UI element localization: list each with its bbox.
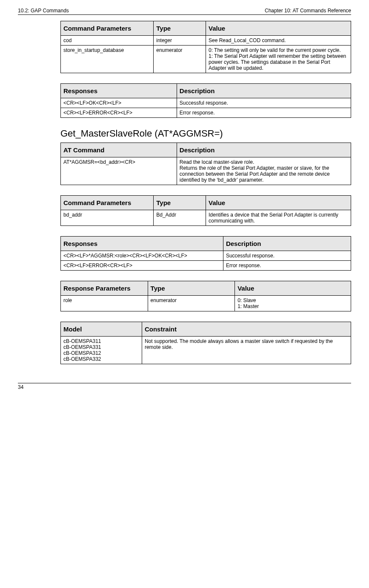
- table-row: cB-OEMSPA311 cB-OEMSPA331 cB-OEMSPA312 c…: [61, 337, 351, 364]
- cell: Error response.: [223, 261, 351, 271]
- cell: Successful response.: [223, 251, 351, 261]
- table-row: AT*AGGMSR=<bd_addr><CR> Read the local m…: [61, 157, 351, 185]
- responses-table-1: Responses Description <CR><LF>OK<CR><LF>…: [60, 83, 351, 118]
- col-header: Description: [177, 84, 351, 98]
- col-header: AT Command: [61, 143, 177, 157]
- cell: enumerator: [154, 46, 206, 73]
- cell: AT*AGGMSR=<bd_addr><CR>: [61, 157, 177, 185]
- col-header: Responses: [61, 237, 223, 251]
- cell: bd_addr: [61, 210, 154, 226]
- cell: role: [61, 296, 148, 311]
- table-row: <CR><LF>*AGGMSR:<role><CR><LF>OK<CR><LF>…: [61, 251, 351, 261]
- cell: enumerator: [148, 296, 235, 311]
- cell: Error response.: [177, 108, 351, 118]
- cell: cod: [61, 36, 154, 46]
- header-left: 10.2: GAP Commands: [18, 8, 69, 14]
- table-header-row: Responses Description: [61, 237, 351, 251]
- table-header-row: Command Parameters Type Value: [61, 21, 351, 36]
- command-parameters-table-1: Command Parameters Type Value cod intege…: [60, 21, 351, 73]
- col-header: Responses: [61, 84, 177, 98]
- cell: Bd_Addr: [154, 210, 206, 226]
- content-area: Command Parameters Type Value cod intege…: [18, 21, 351, 364]
- response-parameters-table: Response Parameters Type Value role enum…: [60, 281, 351, 311]
- table-row: <CR><LF>ERROR<CR><LF> Error response.: [61, 261, 351, 271]
- col-header: Model: [61, 322, 142, 337]
- cell: Not supported. The module always allows …: [142, 337, 351, 364]
- col-header: Command Parameters: [61, 21, 154, 36]
- cell: cB-OEMSPA311 cB-OEMSPA331 cB-OEMSPA312 c…: [61, 337, 142, 364]
- section-title: Get_MasterSlaveRole (AT*AGGMSR=): [60, 128, 351, 139]
- cell: 0: Slave 1: Master: [235, 296, 351, 311]
- col-header: Description: [223, 237, 351, 251]
- col-header: Command Parameters: [61, 196, 154, 210]
- col-header: Type: [154, 196, 206, 210]
- cell: See Read_Local_COD command.: [206, 36, 351, 46]
- table-row: role enumerator 0: Slave 1: Master: [61, 296, 351, 311]
- header-right: Chapter 10: AT Commands Reference: [265, 8, 351, 14]
- page: 10.2: GAP Commands Chapter 10: AT Comman…: [0, 0, 369, 379]
- col-header: Type: [154, 21, 206, 36]
- cell: Read the local master-slave role. Return…: [177, 157, 351, 185]
- col-header: Constraint: [142, 322, 351, 337]
- col-header: Value: [235, 281, 351, 296]
- cell: <CR><LF>ERROR<CR><LF>: [61, 261, 223, 271]
- command-parameters-table-2: Command Parameters Type Value bd_addr Bd…: [60, 195, 351, 226]
- table-row: <CR><LF>ERROR<CR><LF> Error response.: [61, 108, 351, 118]
- table-row: cod integer See Read_Local_COD command.: [61, 36, 351, 46]
- table-row: store_in_startup_database enumerator 0: …: [61, 46, 351, 73]
- cell: integer: [154, 36, 206, 46]
- table-header-row: AT Command Description: [61, 143, 351, 157]
- cell: 0: The setting will only be valid for th…: [206, 46, 351, 73]
- at-command-table: AT Command Description AT*AGGMSR=<bd_add…: [60, 143, 351, 185]
- page-number: 34: [0, 383, 369, 395]
- col-header: Response Parameters: [61, 281, 148, 296]
- cell: <CR><LF>*AGGMSR:<role><CR><LF>OK<CR><LF>: [61, 251, 223, 261]
- cell: Successful response.: [177, 98, 351, 108]
- page-header: 10.2: GAP Commands Chapter 10: AT Comman…: [18, 8, 351, 15]
- cell: <CR><LF>ERROR<CR><LF>: [61, 108, 177, 118]
- table-header-row: Responses Description: [61, 84, 351, 98]
- col-header: Value: [206, 196, 351, 210]
- table-row: bd_addr Bd_Addr Identifies a device that…: [61, 210, 351, 226]
- table-header-row: Command Parameters Type Value: [61, 196, 351, 210]
- col-header: Description: [177, 143, 351, 157]
- cell: <CR><LF>OK<CR><LF>: [61, 98, 177, 108]
- table-row: <CR><LF>OK<CR><LF> Successful response.: [61, 98, 351, 108]
- col-header: Value: [206, 21, 351, 36]
- cell: store_in_startup_database: [61, 46, 154, 73]
- cell: Identifies a device that the Serial Port…: [206, 210, 351, 226]
- responses-table-2: Responses Description <CR><LF>*AGGMSR:<r…: [60, 236, 351, 271]
- table-header-row: Response Parameters Type Value: [61, 281, 351, 296]
- col-header: Type: [148, 281, 235, 296]
- model-constraint-table: Model Constraint cB-OEMSPA311 cB-OEMSPA3…: [60, 322, 351, 364]
- table-header-row: Model Constraint: [61, 322, 351, 337]
